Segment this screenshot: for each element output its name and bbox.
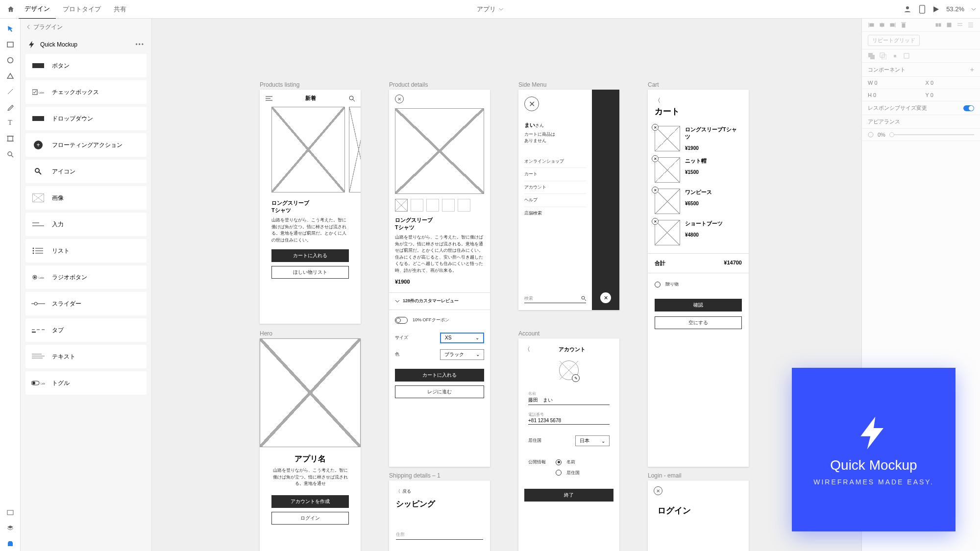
width-field[interactable]: W 0 [868,80,917,86]
chevron-down-icon [499,7,504,12]
svg-rect-59 [904,53,909,58]
color-label: 色 [395,351,399,358]
artboard-account[interactable]: 〈 アカウント ✎ 名前 藤田 まい 電話番号 +81 1234 5678 居住… [518,338,619,551]
artboard-label-details[interactable]: Product details [389,81,428,88]
artboard-cart[interactable]: 〈 カート ✕ロングスリーブTシャツ¥1900✕ニット帽¥1500✕ワンピース¥… [648,90,749,467]
component-image[interactable]: 画像 [25,186,147,210]
responsive-toggle[interactable] [963,105,974,111]
artboard-hero[interactable]: アプリ名 山路を登りながら、こう考えた。智に働けば角が立つ。情に棹させば流される… [260,338,361,551]
tab-design[interactable]: デザイン [19,0,56,19]
artboard-product-details[interactable]: ✕ ロングスリーブ Tシャツ 山路を登りながら、こう考えた。智に働けば角が立つ。… [389,90,490,467]
artboard-label-hero[interactable]: Hero [260,330,272,337]
ellipse-tool[interactable] [3,53,18,68]
component-list[interactable]: リスト [25,239,147,263]
svg-rect-45 [902,24,905,27]
height-field[interactable]: H 0 [868,92,917,98]
tab-share[interactable]: 共有 [108,0,132,19]
app-top-bar: デザイン プロトタイプ 共有 アプリ 53.2% [0,0,980,19]
y-field[interactable]: Y 0 [926,92,975,98]
phone-value: +81 1234 5678 [528,418,610,425]
menu-item: 店舗検索 [524,207,586,220]
artboard-label-sidemenu[interactable]: Side Menu [518,81,546,88]
component-text[interactable]: テキスト [25,345,147,368]
search-placeholder: 検索 [524,295,533,302]
component-label: アイコン [52,168,75,176]
svg-point-24 [34,276,36,278]
toggle-icon [395,317,408,324]
component-fab[interactable]: +フローティングアクション [25,133,147,157]
product-desc: 山路を登りながら、こう考えた。智に働けば角が立つ。情に棹させば流される。意地を通… [271,217,349,243]
remove-icon: ✕ [652,187,659,193]
svg-rect-1 [920,5,925,13]
boolean-ops[interactable] [862,49,980,63]
component-toggle[interactable]: Labelトグル [25,371,147,395]
menu-icon [266,96,272,101]
assets-icon[interactable] [3,505,18,520]
component-tab[interactable]: タブ [25,318,147,342]
create-account-button: アカウントを作成 [271,495,349,508]
add-component-icon[interactable]: + [970,66,974,73]
device-icon[interactable] [919,5,926,14]
artboard-login[interactable]: ✕ ログイン [648,480,749,551]
total-value: ¥14700 [724,260,742,267]
artboard-label-shipping[interactable]: Shipping details – 1 [389,472,441,479]
user-name: まい [524,122,535,128]
header-label: 新着 [305,95,316,102]
zoom-chevron-icon[interactable] [971,7,976,12]
login-button: ログイン [271,512,349,525]
select-tool[interactable] [3,22,18,36]
opacity-slider[interactable] [889,134,974,135]
component-input[interactable]: 入力 [25,213,147,236]
svg-rect-2 [7,42,13,47]
line-tool[interactable] [3,84,18,99]
artboard-side-menu[interactable]: ✕ まいさん カートに商品は ありません オンラインショップ カート アカウント… [518,90,619,310]
layers-icon[interactable] [3,521,18,535]
component-radio[interactable]: Labelラジオボタン [25,265,147,289]
polygon-tool[interactable] [3,69,18,83]
plugin-back[interactable]: プラグイン [21,19,151,35]
artboard-label-cart[interactable]: Cart [648,81,659,88]
component-button[interactable]: ボタン [25,54,147,77]
radio-icon [556,459,562,465]
tab-prototype[interactable]: プロトタイプ [57,0,107,19]
opacity-value[interactable]: 0% [878,132,885,138]
component-checkbox[interactable]: Labelチェックボックス [25,80,147,104]
zoom-value[interactable]: 53.2% [946,5,964,13]
rectangle-tool[interactable] [3,37,18,52]
size-value: XS [445,335,451,340]
zoom-tool[interactable] [3,147,18,162]
close-icon: ✕ [524,96,539,111]
pd-add-cart-button: カートに入れる [395,369,484,382]
artboard-label-account[interactable]: Account [518,330,539,337]
artboard-products-listing[interactable]: 新着 ロングスリーブ Tシャツ 山路を登りながら、こう考えた。智に働けば角が立つ… [260,90,361,324]
canvas[interactable]: Products listing 新着 ロングスリーブ Tシャツ 山路を登りなが… [152,19,861,551]
chevron-down-icon [395,299,400,304]
account-title: アカウント [559,346,586,353]
x-field[interactable]: X 0 [926,80,975,86]
menu-item: カート [524,168,586,181]
plugins-icon[interactable] [3,536,18,551]
artboard-label-products[interactable]: Products listing [260,81,299,88]
artboard-tool[interactable] [3,131,18,146]
text-tool[interactable]: T [3,116,18,130]
add-to-cart-button: カートに入れる [271,249,349,262]
artboard-shipping[interactable]: 〈戻る シッピング 住所 [389,480,490,551]
document-title[interactable]: アプリ [477,5,504,14]
component-slider[interactable]: スライダー [25,292,147,315]
distribute-icons[interactable] [935,22,974,28]
play-icon[interactable] [932,6,939,13]
component-dropdown[interactable]: ドロップダウン [25,107,147,130]
visibility-icon[interactable] [868,132,874,138]
repeat-grid-button[interactable]: リピートグリッド [868,35,920,46]
component-icon[interactable]: アイコン [25,160,147,183]
align-icons[interactable] [868,22,907,28]
responsive-label: レスポンシブサイズ変更 [868,104,927,112]
pen-tool[interactable] [3,100,18,115]
total-label: 合計 [655,260,665,267]
user-icon[interactable] [903,5,912,14]
color-select: ブラック⌄ [440,349,484,360]
country-label: 居住国 [528,437,541,444]
home-icon[interactable] [4,2,18,16]
artboard-label-login[interactable]: Login - email [648,472,682,479]
plugin-more-icon[interactable]: ••• [135,41,145,48]
